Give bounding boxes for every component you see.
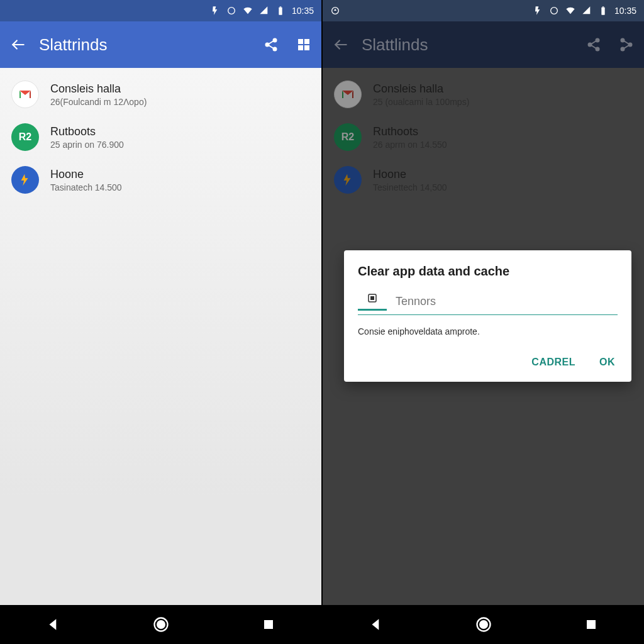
flash-icon [210,6,220,16]
item-title: Hoone [50,168,122,181]
nav-bar [323,605,644,644]
nav-home[interactable] [475,616,492,633]
svg-rect-27 [587,620,596,629]
phone-left: 10:35 Slattrinds [0,0,321,644]
svg-rect-12 [264,620,273,629]
svg-rect-24 [371,297,374,300]
list-item[interactable]: R2 Rutboots 25 aprin on 76.900 [0,116,321,158]
bolt-icon [11,166,39,194]
list-item[interactable]: Consleis halla 26(Foulcandi m 12Λopo) [0,73,321,116]
app-bar: Slattrinds [0,21,321,68]
status-time: 10:35 [614,6,636,16]
back-button[interactable] [10,36,26,53]
nav-recents[interactable] [584,617,599,632]
app-title: Slattrinds [39,35,264,55]
svg-rect-7 [304,39,309,44]
svg-rect-9 [304,45,309,50]
svg-rect-1 [279,8,282,15]
sync-icon [330,6,340,16]
item-subtitle: 25 aprin on 76.900 [50,140,124,150]
svg-rect-16 [602,6,604,7]
nav-home[interactable] [152,616,170,633]
app-list: Consleis halla 26(Foulcandi m 12Λopo) R2… [0,68,321,605]
svg-rect-2 [280,6,282,7]
nav-bar [0,605,321,644]
arc-icon [226,6,236,16]
cancel-button[interactable]: CADREL [529,352,578,373]
status-time: 10:35 [292,6,314,16]
phone-right: 10:35 Slattlinds [323,0,644,644]
battery-icon [275,6,286,16]
svg-point-11 [158,621,165,628]
svg-rect-6 [298,39,303,44]
svg-rect-8 [298,45,303,50]
signal-icon [259,6,269,16]
item-title: Consleis halla [50,82,147,96]
dialog-input[interactable] [396,295,618,308]
svg-point-0 [228,8,235,14]
svg-rect-15 [601,8,604,15]
signal-icon [582,6,592,16]
svg-point-14 [551,8,558,14]
nav-back[interactable] [45,616,62,633]
item-subtitle: 26(Foulcandi m 12Λopo) [50,97,147,107]
wifi-icon [243,6,253,16]
list-item[interactable]: Hoone Tasinatech 14.500 [0,158,321,201]
ok-button[interactable]: OK [597,352,618,373]
wifi-icon [565,6,575,16]
arc-icon [549,6,559,16]
grid-button[interactable] [296,37,311,52]
flash-icon [533,6,543,16]
gmail-icon [11,80,39,108]
r2-icon: R2 [11,123,39,151]
item-title: Rutboots [50,125,124,138]
status-bar: 10:35 [323,0,644,21]
battery-icon [598,6,608,16]
item-subtitle: Tasinatech 14.500 [50,182,122,192]
status-bar: 10:35 [0,0,321,21]
checkbox-icon[interactable] [367,292,378,306]
dialog-title: Clear app data and cache [358,264,618,279]
nav-recents[interactable] [261,617,276,632]
clear-data-dialog: Clear app data and cache Consie eniphove… [344,250,631,382]
share-button[interactable] [264,37,279,52]
svg-point-26 [480,621,488,628]
dialog-hint: Consie eniphoveldata amprote. [358,326,618,336]
nav-back[interactable] [368,616,384,633]
